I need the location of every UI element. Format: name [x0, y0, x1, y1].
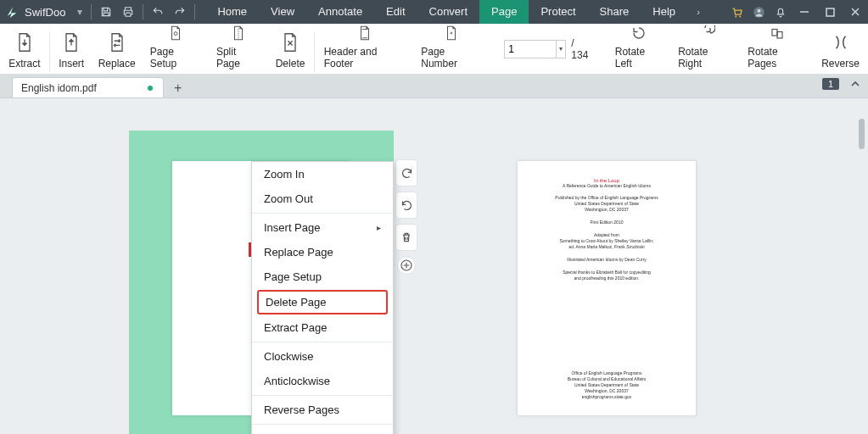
ctx-delete-page[interactable]: Delete Page: [257, 290, 388, 314]
page-total: / 134: [571, 37, 591, 61]
svg-point-1: [739, 15, 741, 17]
document-tab[interactable]: English idom.pdf: [12, 77, 164, 97]
ctx-page-setup[interactable]: Page Setup: [252, 264, 393, 289]
title-bar: SwifDoo ▾ HomeViewAnnotateEditConvertPag…: [0, 0, 868, 24]
ribbon-extract[interactable]: Extract: [2, 25, 48, 73]
minimize-icon[interactable]: [792, 0, 817, 24]
chevron-right-icon[interactable]: ›: [687, 0, 709, 24]
page-2-thumbnail[interactable]: In the Loop A Reference Guide to America…: [518, 161, 696, 415]
submenu-arrow-icon: ▸: [377, 223, 381, 232]
print-icon[interactable]: [117, 0, 139, 24]
redo-icon[interactable]: [169, 0, 191, 24]
svg-point-3: [757, 8, 760, 12]
dropdown-icon[interactable]: ▾: [72, 6, 87, 18]
separator: [194, 4, 195, 19]
menu-convert[interactable]: Convert: [417, 0, 480, 24]
svg-text:#: #: [450, 30, 452, 35]
ribbon-page-number[interactable]: #Page Number: [413, 25, 489, 73]
main-menu: HomeViewAnnotateEditConvertPageProtectSh…: [205, 0, 687, 24]
menu-view[interactable]: View: [259, 0, 306, 24]
ctx-zoom-in[interactable]: Zoom In: [252, 162, 393, 186]
ctx-reverse-pages[interactable]: Reverse Pages: [252, 398, 393, 422]
menu-edit[interactable]: Edit: [374, 0, 417, 24]
ctx-insert-page[interactable]: Insert Page▸: [252, 215, 393, 240]
close-icon[interactable]: [843, 0, 868, 24]
save-icon[interactable]: [95, 0, 117, 24]
ribbon-page-setup[interactable]: Page Setup: [143, 25, 209, 73]
tab-strip: English idom.pdf + 1: [0, 75, 868, 98]
menu-protect[interactable]: Protect: [529, 0, 587, 24]
workspace: IN A A Eng In the Loop A Reference Guide…: [0, 98, 868, 434]
user-icon[interactable]: [748, 0, 770, 24]
menu-separator: [252, 424, 393, 425]
menu-separator: [252, 213, 393, 214]
ctx-zoom-out[interactable]: Zoom Out: [252, 186, 393, 211]
rotate-cw-icon[interactable]: [395, 159, 417, 186]
delete-page-icon[interactable]: [395, 224, 417, 251]
svg-rect-12: [777, 31, 782, 38]
context-menu: Zoom InZoom OutInsert Page▸Replace PageP…: [251, 161, 394, 434]
ctx-extract-page[interactable]: Extract Page: [252, 315, 393, 340]
ribbon-toolbar: ExtractInsertReplacePage SetupSplit Page…: [0, 24, 868, 75]
page-input[interactable]: [504, 40, 557, 58]
tab-filename: English idom.pdf: [21, 82, 97, 94]
ribbon-header-and-footer[interactable]: Header and Footer: [316, 25, 414, 73]
separator: [91, 4, 92, 19]
add-tab-button[interactable]: +: [169, 79, 188, 97]
maximize-icon[interactable]: [817, 0, 843, 24]
ribbon-insert[interactable]: Insert: [52, 25, 92, 73]
ctx-replace-page[interactable]: Replace Page: [252, 240, 393, 264]
svg-point-6: [174, 31, 177, 35]
ctx-document-properties[interactable]: Document Properties: [252, 426, 393, 434]
page-actions-column: [395, 159, 417, 280]
insert-page-icon[interactable]: [397, 256, 416, 275]
separator: [143, 4, 143, 19]
ctx-clockwise[interactable]: Clockwise: [252, 344, 393, 369]
ribbon-split-page[interactable]: Split Page: [209, 25, 268, 73]
ribbon-rotate-left[interactable]: Rotate Left: [608, 25, 670, 73]
ribbon-rotate-right[interactable]: Rotate Right: [670, 25, 740, 73]
ribbon-replace[interactable]: Replace: [92, 25, 143, 73]
scrollbar-thumb[interactable]: [859, 119, 865, 149]
menu-home[interactable]: Home: [205, 0, 259, 24]
svg-point-0: [735, 15, 736, 17]
menu-share[interactable]: Share: [588, 0, 641, 24]
menu-separator: [252, 342, 393, 342]
unsaved-indicator-icon: [148, 86, 153, 91]
menu-annotate[interactable]: Annotate: [306, 0, 374, 24]
ctx-anticlockwise[interactable]: Anticlockwise: [252, 369, 393, 393]
bell-icon[interactable]: [770, 0, 792, 24]
svg-rect-11: [772, 29, 777, 36]
svg-rect-5: [826, 8, 834, 16]
ribbon-rotate-pages[interactable]: Rotate Pages: [740, 25, 815, 73]
menu-separator: [252, 395, 393, 396]
rotate-ccw-icon[interactable]: [395, 192, 417, 219]
cart-icon[interactable]: [725, 0, 748, 24]
menu-page[interactable]: Page: [479, 0, 529, 24]
collapse-icon[interactable]: [849, 78, 861, 93]
window-controls: [792, 0, 868, 24]
page-number-field: ▾ / 134: [504, 37, 591, 61]
undo-icon[interactable]: [147, 0, 169, 24]
page-dropdown-icon[interactable]: ▾: [557, 40, 566, 58]
ribbon-delete[interactable]: Delete: [268, 25, 311, 73]
ribbon-reverse[interactable]: Reverse: [815, 25, 866, 73]
app-logo-icon: [4, 4, 20, 19]
menu-help[interactable]: Help: [641, 0, 687, 24]
page-badge: 1: [822, 78, 839, 90]
app-name: SwifDoo: [25, 6, 65, 19]
